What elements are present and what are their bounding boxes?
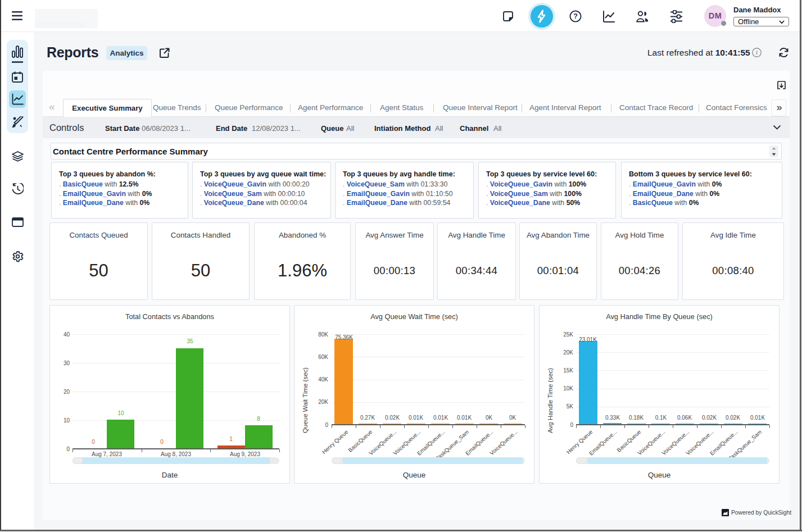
svg-text:i: i <box>756 49 758 56</box>
svg-text:?: ? <box>573 12 578 20</box>
